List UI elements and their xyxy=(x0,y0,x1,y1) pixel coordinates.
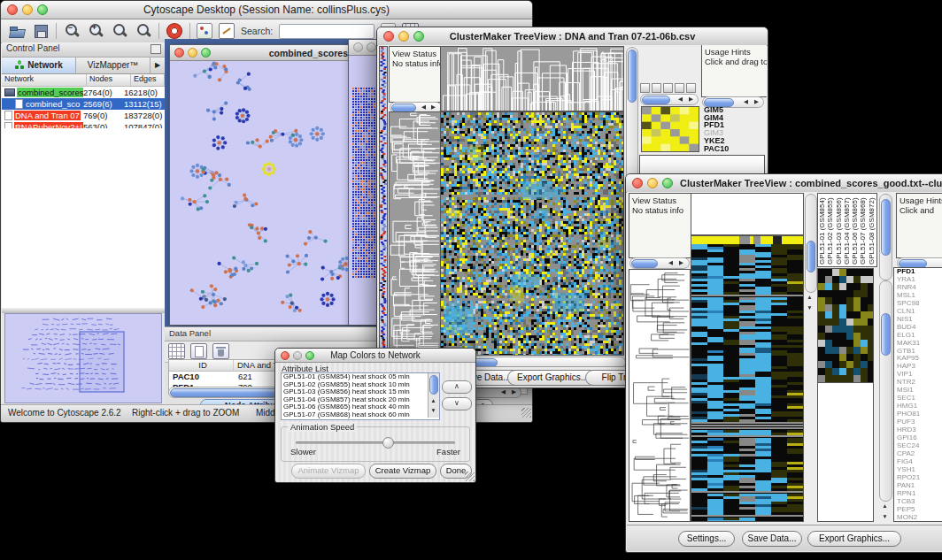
export-graphics-button[interactable]: Export Graphics... xyxy=(507,370,598,386)
tab-overflow-arrow[interactable]: ▶ xyxy=(151,58,165,73)
save-data-button[interactable]: Save Data... xyxy=(742,531,802,547)
treeview1-title: ClusterMaker TreeView : DNA and Tran 07-… xyxy=(377,31,768,42)
zoom-selected-icon[interactable] xyxy=(135,22,152,40)
close-button[interactable] xyxy=(7,4,18,15)
open-file-icon[interactable] xyxy=(8,22,26,40)
close-button[interactable] xyxy=(281,351,290,360)
new-attribute-icon[interactable] xyxy=(190,343,207,359)
attribute-list-vscrollbar[interactable]: ▲ ▼ xyxy=(428,373,439,418)
zoom-toolbar-icons[interactable] xyxy=(640,83,696,93)
column-label: GPL51-03 (GSM856) xyxy=(835,194,843,265)
scroll-left-icon[interactable]: ◀ xyxy=(676,95,685,104)
close-button[interactable] xyxy=(632,178,643,188)
scroll-left-icon[interactable]: ◀ xyxy=(666,258,676,267)
close-icon[interactable] xyxy=(353,42,363,52)
minimize-button[interactable] xyxy=(22,4,33,15)
resize-grip[interactable] xyxy=(465,472,475,481)
export-graphics-button[interactable]: Export Graphics... xyxy=(807,531,901,547)
gene-list-vscrollbar[interactable] xyxy=(879,280,892,502)
treeview2-window: ClusterMaker TreeView : combined_scores_… xyxy=(625,173,942,553)
column-label: GPL51-08 (GSM872) xyxy=(868,194,876,265)
row-dendrogram[interactable] xyxy=(390,112,440,355)
zoom-fit-icon[interactable] xyxy=(111,22,128,40)
heatmap-canvas[interactable] xyxy=(691,236,803,521)
window-controls xyxy=(7,4,48,15)
create-vizmap-button[interactable]: Create Vizmap xyxy=(369,464,436,479)
annotation-icon[interactable] xyxy=(219,23,235,39)
zoom-button[interactable] xyxy=(305,351,314,360)
settings-button[interactable]: Settings... xyxy=(678,531,735,547)
tab-network[interactable]: Network xyxy=(2,58,76,73)
move-down-button[interactable]: ∨ xyxy=(442,397,472,410)
row-dendrogram[interactable] xyxy=(629,270,690,521)
tab-vizmapper[interactable]: VizMapper™ xyxy=(76,58,151,73)
scroll-down-icon[interactable]: ▼ xyxy=(805,303,815,312)
search-input[interactable] xyxy=(279,24,374,39)
animation-speed-label: Animation Speed xyxy=(288,422,357,432)
zoomed-heatmap[interactable] xyxy=(642,107,699,151)
view-status-box: View StatusNo status info f xyxy=(390,47,444,102)
zoomed-heatmap[interactable] xyxy=(818,269,873,382)
control-panel-header: Control Panel xyxy=(2,42,165,58)
scroll-up-icon[interactable]: ▲ xyxy=(805,293,815,302)
speed-slider[interactable] xyxy=(296,441,455,444)
scroll-down-icon[interactable]: ▼ xyxy=(880,512,890,521)
column-labels-vscrollbar[interactable] xyxy=(879,194,892,280)
scroll-up-icon[interactable]: ▲ xyxy=(880,502,890,510)
scroll-right-icon[interactable]: ▶ xyxy=(686,95,696,104)
close-button[interactable] xyxy=(383,31,394,42)
dialog-titlebar[interactable]: Map Colors to Network xyxy=(275,349,475,363)
zoom-icon[interactable] xyxy=(201,48,211,58)
treeview2-title: ClusterMaker TreeView : combined_scores_… xyxy=(680,178,942,188)
attribute-item[interactable]: GPL51-07 (GSM868) heat shock 60 min xyxy=(282,411,439,419)
save-icon[interactable] xyxy=(32,22,50,40)
table-row[interactable]: combined_scores 2764(0) 16218(0) xyxy=(2,87,165,98)
attribute-list[interactable]: ▲ ▼ GPL51-01 (GSM854) heat shock 05 minG… xyxy=(281,372,440,420)
column-dendrogram[interactable] xyxy=(441,47,623,111)
minimize-button[interactable] xyxy=(647,178,658,188)
main-titlebar[interactable]: Cytoscape Desktop (Session Name: collins… xyxy=(1,1,532,19)
scroll-left-icon[interactable]: ◀ xyxy=(498,387,508,396)
heatmap-vscrollbar[interactable] xyxy=(805,194,817,293)
treeview2-titlebar[interactable]: ClusterMaker TreeView : combined_scores_… xyxy=(626,174,942,193)
zoom-button[interactable] xyxy=(662,178,673,188)
table-row-selected[interactable]: combined_sco 2569(6) 13112(15) xyxy=(2,98,165,110)
scroll-up-icon[interactable]: ▲ xyxy=(429,396,438,405)
delete-attribute-icon[interactable] xyxy=(212,343,229,359)
vizmapper-icon[interactable] xyxy=(197,23,212,39)
control-panel-tabs: Network VizMapper™ ▶ xyxy=(2,58,165,74)
minimize-button[interactable] xyxy=(293,351,302,360)
column-label: GPL51-02 (GSM855) xyxy=(826,194,834,265)
zoom-in-icon[interactable]: + xyxy=(87,22,104,40)
minimize-icon[interactable] xyxy=(367,42,376,52)
zoom-out-icon[interactable]: − xyxy=(63,22,81,40)
zoom-button[interactable] xyxy=(37,4,48,15)
animate-vizmap-button[interactable]: Animate Vizmap xyxy=(291,464,366,479)
network-icon xyxy=(14,60,25,69)
toolbar-separator xyxy=(189,23,190,39)
zoom-button[interactable] xyxy=(413,31,424,42)
global-pixel-strip[interactable] xyxy=(380,47,387,358)
table-row[interactable]: DNA and Tran 07 769(0) 183728(0) xyxy=(2,110,165,121)
minimize-button[interactable] xyxy=(398,31,409,42)
slider-thumb[interactable] xyxy=(382,437,394,449)
move-up-button[interactable]: ∧ xyxy=(442,380,472,394)
scroll-right-icon[interactable]: ▶ xyxy=(509,387,519,396)
attribute-grid-icon[interactable] xyxy=(168,343,185,359)
column-label: GPL51-01 (GSM854) xyxy=(818,194,826,265)
scroll-left-icon[interactable]: ◀ xyxy=(419,103,429,111)
network-overview-thumbnail[interactable] xyxy=(4,313,162,403)
resize-grip[interactable] xyxy=(521,408,531,418)
scroll-down-icon[interactable]: ▼ xyxy=(429,406,438,415)
help-lifesaver-icon[interactable] xyxy=(166,22,183,40)
scroll-right-icon[interactable]: ▶ xyxy=(676,258,686,267)
scroll-left-icon[interactable]: ◀ xyxy=(741,97,751,106)
float-panel-icon[interactable] xyxy=(151,44,161,54)
treeview1-titlebar[interactable]: ClusterMaker TreeView : DNA and Tran 07-… xyxy=(377,27,768,46)
main-window-title: Cytoscape Desktop (Session Name: collins… xyxy=(1,4,532,16)
scroll-right-icon[interactable]: ▶ xyxy=(752,97,761,106)
close-icon[interactable] xyxy=(174,48,184,58)
heatmap-canvas[interactable] xyxy=(441,112,623,355)
scroll-right-icon[interactable]: ▶ xyxy=(429,103,438,111)
minimize-icon[interactable] xyxy=(188,48,197,58)
